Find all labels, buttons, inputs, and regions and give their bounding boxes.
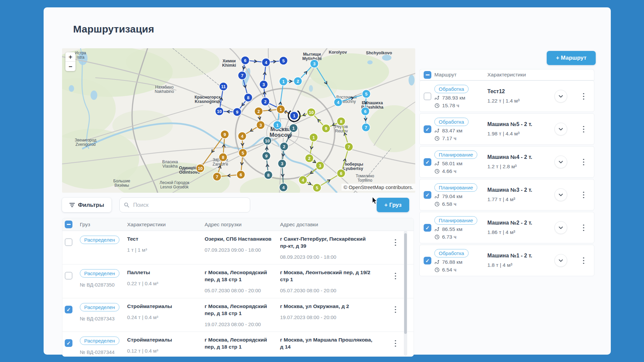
delivery-address: г Москва, ул Окружная, д 2 (280, 303, 377, 310)
cargo-row-menu-button[interactable] (391, 272, 399, 280)
map-attribution-link[interactable]: © OpenStreetMap contributors. (341, 184, 415, 191)
cargo-table-row[interactable]: РаспределенТест1 т | 1 м³Озерки, СПб Нас… (62, 231, 414, 264)
route-row[interactable]: Обработка83.47 км7.17 чМашина №5 - 2 т.1… (419, 113, 594, 145)
select-all-cargo-checkbox[interactable] (65, 221, 72, 228)
route-expand-button[interactable] (554, 90, 567, 103)
cargo-status-badge: Распределен (80, 236, 119, 244)
stop-number: 5 (316, 185, 318, 190)
col-header-specs: Характеристики (127, 222, 205, 228)
route-expand-button[interactable] (554, 123, 567, 135)
route-name: Машина №1 - 2 т. (487, 253, 554, 259)
stop-number: 2 (264, 99, 266, 104)
map-canvas[interactable]: + − © OpenStreetMap contributors. (62, 48, 415, 193)
stop-number: 4 (241, 134, 244, 139)
route-status-badge: Планирование (434, 216, 477, 225)
cargo-table-row[interactable]: Распределен№ ВД-0287343Стройматериалы0.2… (62, 298, 414, 332)
route-row-menu-button[interactable] (580, 125, 588, 133)
route-status-badge: Обработка (434, 249, 469, 257)
cargo-row-checkbox[interactable] (65, 238, 72, 246)
stop-number: 8 (267, 173, 269, 178)
map-zoom-out-button[interactable]: − (65, 62, 75, 71)
route-name: Тест12 (487, 88, 554, 95)
search-icon (124, 202, 129, 208)
stop-number: 9 (236, 110, 238, 115)
route-distance: 86.55 км (442, 226, 463, 232)
chevron-down-icon (558, 95, 563, 98)
route-row-checkbox[interactable] (424, 191, 431, 199)
route-row[interactable]: Планирование86.55 км6.73 чМашина №2 - 2 … (419, 212, 594, 243)
route-row[interactable]: Планирование58.01 км4.66 чМашина №4 - 2 … (419, 146, 594, 178)
route-row-checkbox[interactable] (424, 158, 431, 166)
search-input[interactable] (132, 201, 246, 208)
cargo-row-menu-button[interactable] (391, 238, 399, 246)
routes-panel-body: Обработка738.93 км15.78 чТест121.22 т | … (419, 80, 594, 278)
delivery-time: 19.07.2023 08:00 - 20:00 (280, 355, 377, 357)
stop-number: 8 (222, 155, 224, 160)
route-distance-icon (434, 227, 440, 232)
route-expand-button[interactable] (554, 156, 567, 168)
cargo-row-menu-button[interactable] (391, 306, 399, 314)
cargo-name: Паллеты (127, 269, 205, 276)
add-cargo-button[interactable]: + Груз (377, 198, 409, 212)
route-row[interactable]: Обработка738.93 км15.78 чТест121.22 т | … (419, 80, 594, 112)
pickup-address: Озерки, СПб Наставников (205, 236, 280, 243)
route-name: Машина №3 - 2 т. (487, 187, 554, 193)
col-header-route: Маршрут (434, 72, 487, 78)
route-row-checkbox[interactable] (424, 93, 431, 100)
map-place-label: КрасногорскKrasnogorsk (195, 95, 221, 104)
add-route-button[interactable]: + Маршрут (547, 51, 596, 65)
route-row[interactable]: Планирование79.04 км6.58 чМашина №3 - 2 … (419, 179, 594, 210)
route-expand-button[interactable] (554, 221, 567, 234)
route-distance-icon (434, 128, 440, 133)
route-row-menu-button[interactable] (580, 191, 588, 199)
col-header-pickup: Адрес погрузки (205, 222, 280, 228)
map-zoom-in-button[interactable]: + (65, 52, 75, 62)
stop-number: 9 (265, 154, 267, 159)
route-distance-icon (434, 194, 440, 199)
route-row-checkbox[interactable] (424, 224, 431, 232)
table-scrollbar-thumb[interactable] (404, 233, 407, 334)
route-specs: 1.77 т | 4 м³ (487, 196, 554, 202)
cargo-specs: 0.22 т | 0.4 м³ (127, 280, 205, 287)
route-row[interactable]: Обработка76.88 км6.54 чМашина №1 - 2 т.1… (419, 245, 594, 276)
pickup-time: 05.07.2030 08:00 - 20:00 (205, 287, 280, 294)
route-expand-button[interactable] (554, 254, 567, 267)
stop-number: 6 (239, 172, 242, 177)
stop-number: 1 (292, 126, 294, 131)
cargo-row-checkbox[interactable] (65, 272, 72, 280)
cargo-row-checkbox[interactable] (65, 306, 72, 313)
chevron-down-icon (558, 128, 563, 131)
delivery-time: 05.07.2030 08:00 - 20:00 (280, 287, 377, 294)
route-duration: 4.66 ч (442, 168, 457, 174)
route-row-menu-button[interactable] (580, 158, 588, 166)
pickup-time: 19.07.2023 08:00 - 20:00 (205, 355, 280, 357)
route-distance: 76.88 км (442, 259, 463, 265)
route-row-checkbox[interactable] (424, 257, 431, 264)
stop-number: 1 (293, 113, 295, 118)
pickup-time: 19.07.2023 08:00 - 20:00 (205, 321, 280, 328)
map-zoom-controls: + − (65, 52, 75, 71)
cargo-row-checkbox[interactable] (65, 339, 72, 347)
route-expand-button[interactable] (554, 188, 567, 201)
route-distance-icon (434, 259, 440, 265)
route-row-menu-button[interactable] (580, 256, 588, 264)
select-all-routes-checkbox[interactable] (424, 71, 431, 79)
cargo-table-row[interactable]: Распределен№ ВД-0287344Стройматериалы0.1… (62, 332, 414, 357)
map-place-label: НахабиноNakhabino (155, 85, 174, 94)
stop-number: 10 (265, 138, 270, 143)
route-row-menu-button[interactable] (580, 92, 588, 100)
route-row-menu-button[interactable] (580, 224, 588, 232)
cargo-row-menu-button[interactable] (391, 339, 399, 347)
stop-number: 2 (257, 109, 260, 114)
clock-icon (434, 103, 440, 108)
pickup-address: г Москва, Леснорядский пер, д 18 стр 1 (205, 269, 280, 283)
map-place-label: Лесной ГородокLesnoi Gorodok (160, 180, 190, 189)
filters-button[interactable]: Фильтры (62, 198, 111, 212)
delivery-address: г Москва, ул Маршала Прошлякова, д 14 (280, 337, 377, 351)
cargo-table-row[interactable]: Распределен№ ВД-0287350Паллеты0.22 т | 0… (62, 264, 414, 298)
stop-number: 6 (340, 171, 342, 176)
route-duration: 15.78 ч (442, 103, 459, 109)
stop-number: 5 (365, 92, 367, 97)
map-place-label: ЗвенигородZvenigorod (75, 138, 96, 147)
route-row-checkbox[interactable] (424, 125, 431, 133)
